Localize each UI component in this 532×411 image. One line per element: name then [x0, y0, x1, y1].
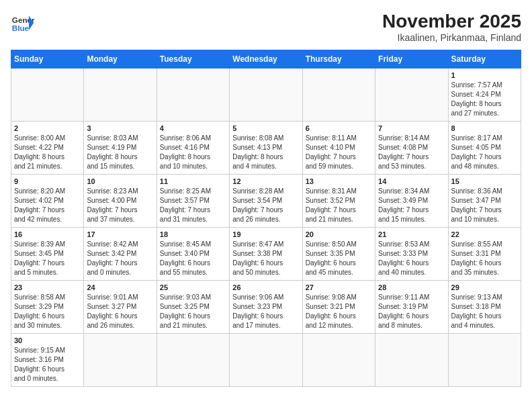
calendar-cell: 28Sunrise: 9:11 AM Sunset: 3:19 PM Dayli…: [375, 281, 448, 334]
location-subtitle: Ikaalinen, Pirkanmaa, Finland: [382, 32, 521, 43]
day-number: 14: [378, 177, 445, 185]
day-info: Sunrise: 8:25 AM Sunset: 3:57 PM Dayligh…: [160, 187, 226, 224]
weekday-header-friday: Friday: [375, 50, 448, 68]
weekday-header-thursday: Thursday: [302, 50, 375, 68]
day-number: 23: [14, 283, 81, 291]
calendar-cell: 11Sunrise: 8:25 AM Sunset: 3:57 PM Dayli…: [157, 175, 229, 228]
weekday-header-wednesday: Wednesday: [230, 50, 302, 68]
calendar-cell: 1Sunrise: 7:57 AM Sunset: 4:24 PM Daylig…: [448, 68, 521, 122]
day-info: Sunrise: 8:36 AM Sunset: 3:47 PM Dayligh…: [451, 187, 518, 224]
day-info: Sunrise: 9:03 AM Sunset: 3:25 PM Dayligh…: [160, 293, 226, 330]
calendar-cell: [157, 68, 229, 122]
calendar-cell: [84, 68, 157, 122]
calendar-cell: [230, 68, 302, 122]
calendar-cell: [84, 334, 157, 387]
calendar-cell: 17Sunrise: 8:42 AM Sunset: 3:42 PM Dayli…: [84, 228, 157, 281]
day-number: 25: [160, 283, 226, 291]
calendar-cell: [302, 68, 375, 122]
calendar-cell: 18Sunrise: 8:45 AM Sunset: 3:40 PM Dayli…: [157, 228, 229, 281]
calendar-cell: 5Sunrise: 8:08 AM Sunset: 4:13 PM Daylig…: [230, 122, 302, 175]
calendar-cell: 29Sunrise: 9:13 AM Sunset: 3:18 PM Dayli…: [448, 281, 521, 334]
calendar-body: 1Sunrise: 7:57 AM Sunset: 4:24 PM Daylig…: [11, 68, 521, 387]
day-number: 20: [306, 230, 372, 238]
day-number: 4: [160, 124, 226, 132]
calendar-cell: 30Sunrise: 9:15 AM Sunset: 3:16 PM Dayli…: [11, 334, 84, 387]
day-number: 12: [232, 177, 299, 185]
calendar-cell: 25Sunrise: 9:03 AM Sunset: 3:25 PM Dayli…: [157, 281, 229, 334]
day-info: Sunrise: 8:28 AM Sunset: 3:54 PM Dayligh…: [232, 187, 299, 224]
day-number: 3: [87, 124, 153, 132]
calendar-cell: [375, 68, 448, 122]
day-number: 15: [451, 177, 518, 185]
week-row-3: 9Sunrise: 8:20 AM Sunset: 4:02 PM Daylig…: [11, 175, 521, 228]
calendar-cell: 3Sunrise: 8:03 AM Sunset: 4:19 PM Daylig…: [84, 122, 157, 175]
calendar-cell: [11, 68, 84, 122]
calendar-cell: 4Sunrise: 8:06 AM Sunset: 4:16 PM Daylig…: [157, 122, 229, 175]
day-info: Sunrise: 9:06 AM Sunset: 3:23 PM Dayligh…: [232, 293, 299, 330]
calendar-cell: 9Sunrise: 8:20 AM Sunset: 4:02 PM Daylig…: [11, 175, 84, 228]
title-block: November 2025 Ikaalinen, Pirkanmaa, Finl…: [382, 11, 521, 43]
day-info: Sunrise: 8:50 AM Sunset: 3:35 PM Dayligh…: [306, 240, 372, 277]
week-row-5: 23Sunrise: 8:58 AM Sunset: 3:29 PM Dayli…: [11, 281, 521, 334]
calendar-cell: 13Sunrise: 8:31 AM Sunset: 3:52 PM Dayli…: [302, 175, 375, 228]
calendar-cell: 8Sunrise: 8:17 AM Sunset: 4:05 PM Daylig…: [448, 122, 521, 175]
day-info: Sunrise: 8:14 AM Sunset: 4:08 PM Dayligh…: [378, 134, 445, 171]
calendar-cell: 2Sunrise: 8:00 AM Sunset: 4:22 PM Daylig…: [11, 122, 84, 175]
day-number: 24: [87, 283, 153, 291]
day-number: 21: [378, 230, 445, 238]
calendar-cell: 16Sunrise: 8:39 AM Sunset: 3:45 PM Dayli…: [11, 228, 84, 281]
calendar-cell: 14Sunrise: 8:34 AM Sunset: 3:49 PM Dayli…: [375, 175, 448, 228]
day-number: 18: [160, 230, 226, 238]
day-info: Sunrise: 8:45 AM Sunset: 3:40 PM Dayligh…: [160, 240, 226, 277]
day-number: 2: [14, 124, 81, 132]
day-number: 1: [451, 71, 518, 79]
day-info: Sunrise: 8:00 AM Sunset: 4:22 PM Dayligh…: [14, 134, 81, 171]
day-number: 5: [232, 124, 299, 132]
day-number: 11: [160, 177, 226, 185]
calendar-cell: [230, 334, 302, 387]
day-info: Sunrise: 9:15 AM Sunset: 3:16 PM Dayligh…: [14, 346, 81, 383]
calendar-cell: 12Sunrise: 8:28 AM Sunset: 3:54 PM Dayli…: [230, 175, 302, 228]
day-number: 26: [232, 283, 299, 291]
calendar-table: SundayMondayTuesdayWednesdayThursdayFrid…: [11, 50, 521, 387]
day-number: 27: [306, 283, 372, 291]
day-number: 7: [378, 124, 445, 132]
day-info: Sunrise: 8:23 AM Sunset: 4:00 PM Dayligh…: [87, 187, 153, 224]
calendar-cell: [448, 334, 521, 387]
day-info: Sunrise: 9:08 AM Sunset: 3:21 PM Dayligh…: [306, 293, 372, 330]
weekday-header-sunday: Sunday: [11, 50, 84, 68]
calendar-cell: 22Sunrise: 8:55 AM Sunset: 3:31 PM Dayli…: [448, 228, 521, 281]
day-info: Sunrise: 9:11 AM Sunset: 3:19 PM Dayligh…: [378, 293, 445, 330]
day-info: Sunrise: 8:31 AM Sunset: 3:52 PM Dayligh…: [306, 187, 372, 224]
week-row-1: 1Sunrise: 7:57 AM Sunset: 4:24 PM Daylig…: [11, 68, 521, 122]
calendar-cell: 10Sunrise: 8:23 AM Sunset: 4:00 PM Dayli…: [84, 175, 157, 228]
calendar-cell: 20Sunrise: 8:50 AM Sunset: 3:35 PM Dayli…: [302, 228, 375, 281]
calendar-cell: 26Sunrise: 9:06 AM Sunset: 3:23 PM Dayli…: [230, 281, 302, 334]
calendar-cell: 15Sunrise: 8:36 AM Sunset: 3:47 PM Dayli…: [448, 175, 521, 228]
page-header: General Blue November 2025 Ikaalinen, Pi…: [11, 11, 521, 43]
day-info: Sunrise: 7:57 AM Sunset: 4:24 PM Dayligh…: [451, 81, 518, 118]
calendar-cell: [302, 334, 375, 387]
calendar-cell: 23Sunrise: 8:58 AM Sunset: 3:29 PM Dayli…: [11, 281, 84, 334]
calendar-cell: 7Sunrise: 8:14 AM Sunset: 4:08 PM Daylig…: [375, 122, 448, 175]
calendar-cell: 24Sunrise: 9:01 AM Sunset: 3:27 PM Dayli…: [84, 281, 157, 334]
calendar-cell: 6Sunrise: 8:11 AM Sunset: 4:10 PM Daylig…: [302, 122, 375, 175]
day-number: 6: [306, 124, 372, 132]
day-info: Sunrise: 8:03 AM Sunset: 4:19 PM Dayligh…: [87, 134, 153, 171]
logo-icon: General Blue: [11, 11, 35, 35]
logo: General Blue: [11, 11, 35, 35]
day-number: 9: [14, 177, 81, 185]
weekday-row: SundayMondayTuesdayWednesdayThursdayFrid…: [11, 50, 521, 68]
day-info: Sunrise: 9:13 AM Sunset: 3:18 PM Dayligh…: [451, 293, 518, 330]
day-info: Sunrise: 8:47 AM Sunset: 3:38 PM Dayligh…: [232, 240, 299, 277]
day-info: Sunrise: 8:55 AM Sunset: 3:31 PM Dayligh…: [451, 240, 518, 277]
weekday-header-monday: Monday: [84, 50, 157, 68]
day-info: Sunrise: 8:20 AM Sunset: 4:02 PM Dayligh…: [14, 187, 81, 224]
month-title: November 2025: [382, 11, 521, 32]
calendar-cell: 27Sunrise: 9:08 AM Sunset: 3:21 PM Dayli…: [302, 281, 375, 334]
day-number: 10: [87, 177, 153, 185]
weekday-header-tuesday: Tuesday: [157, 50, 229, 68]
day-number: 22: [451, 230, 518, 238]
day-info: Sunrise: 8:39 AM Sunset: 3:45 PM Dayligh…: [14, 240, 81, 277]
day-info: Sunrise: 8:06 AM Sunset: 4:16 PM Dayligh…: [160, 134, 226, 171]
